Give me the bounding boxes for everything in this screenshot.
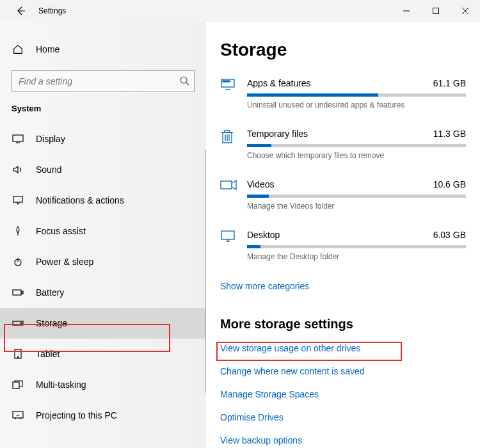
storage-item-name: Apps & features bbox=[247, 78, 311, 88]
sidebar-item-sound[interactable]: Sound bbox=[0, 154, 206, 185]
power-icon bbox=[12, 257, 24, 267]
svg-rect-28 bbox=[221, 181, 232, 189]
storage-bar bbox=[247, 93, 466, 97]
sidebar-item-tablet[interactable]: Tablet bbox=[0, 339, 206, 369]
storage-item[interactable]: Videos10.6 GBManage the Videos folder bbox=[220, 179, 466, 211]
page-title: Storage bbox=[220, 40, 466, 60]
svg-point-4 bbox=[180, 77, 187, 83]
storage-bar bbox=[247, 144, 466, 147]
storage-item-sub: Uninstall unused or undesired apps & fea… bbox=[247, 100, 466, 109]
storage-item-size: 61.1 GB bbox=[433, 78, 466, 88]
search-icon bbox=[179, 76, 189, 88]
storage-item-sub: Choose which temporary files to remove bbox=[247, 151, 466, 160]
window-controls bbox=[392, 0, 480, 22]
svg-point-14 bbox=[20, 323, 22, 324]
storage-item-name: Temporary files bbox=[247, 129, 308, 139]
svg-rect-6 bbox=[13, 135, 23, 141]
close-icon bbox=[462, 8, 468, 14]
storage-icon bbox=[12, 320, 24, 326]
svg-rect-1 bbox=[433, 8, 439, 14]
multitasking-icon bbox=[12, 380, 24, 389]
storage-item-icon bbox=[220, 129, 239, 160]
svg-rect-17 bbox=[13, 382, 19, 388]
svg-rect-8 bbox=[13, 196, 22, 202]
sidebar-item-label: Storage bbox=[36, 318, 67, 328]
storage-item-name: Desktop bbox=[247, 230, 280, 240]
svg-point-16 bbox=[17, 356, 19, 358]
more-link[interactable]: View backup options bbox=[220, 435, 466, 445]
minimize-button[interactable] bbox=[392, 0, 421, 22]
sidebar-item-storage[interactable]: Storage bbox=[0, 308, 206, 339]
search-input[interactable] bbox=[12, 70, 195, 92]
nav-list: Display Sound Notifications & actions Fo… bbox=[0, 124, 206, 431]
sidebar-item-label: Focus assist bbox=[36, 226, 86, 236]
svg-rect-20 bbox=[223, 81, 225, 82]
sidebar-item-label: Battery bbox=[36, 287, 64, 298]
sidebar-item-label: Sound bbox=[36, 164, 61, 175]
sidebar-item-label: Multi-tasking bbox=[36, 380, 86, 390]
group-label: System bbox=[12, 104, 206, 113]
maximize-button[interactable] bbox=[421, 0, 451, 22]
arrow-left-icon bbox=[15, 6, 26, 16]
sidebar-item-label: Display bbox=[36, 134, 65, 144]
content: Storage Apps & features61.1 GBUninstall … bbox=[206, 22, 480, 448]
home-icon bbox=[12, 44, 24, 55]
storage-item-sub: Manage the Desktop folder bbox=[247, 252, 466, 261]
back-button[interactable] bbox=[12, 2, 29, 20]
sidebar: Home System Display Sound Notifications … bbox=[0, 22, 206, 448]
storage-item-name: Videos bbox=[247, 179, 275, 189]
sound-icon bbox=[12, 165, 24, 174]
sidebar-item-display[interactable]: Display bbox=[0, 124, 206, 154]
svg-rect-22 bbox=[228, 81, 230, 82]
more-link[interactable]: Optimise Drives bbox=[220, 412, 466, 422]
sidebar-item-label: Projecting to this PC bbox=[36, 410, 117, 420]
storage-item-icon bbox=[220, 179, 239, 211]
display-icon bbox=[12, 134, 24, 143]
svg-rect-12 bbox=[22, 291, 23, 294]
storage-item-icon bbox=[220, 78, 239, 109]
storage-item[interactable]: Temporary files11.3 GBChoose which tempo… bbox=[220, 129, 466, 160]
minimize-icon bbox=[403, 8, 410, 14]
battery-icon bbox=[12, 289, 24, 296]
svg-rect-21 bbox=[225, 81, 227, 82]
storage-item[interactable]: Desktop6.03 GBManage the Desktop folder bbox=[220, 230, 466, 261]
maximize-icon bbox=[433, 8, 439, 14]
svg-rect-11 bbox=[13, 290, 21, 295]
storage-item-icon bbox=[220, 230, 239, 261]
home-label: Home bbox=[36, 44, 60, 54]
storage-item-size: 11.3 GB bbox=[433, 129, 466, 139]
tablet-icon bbox=[12, 349, 24, 359]
svg-rect-15 bbox=[15, 349, 21, 358]
home-button[interactable]: Home bbox=[0, 37, 206, 61]
focus-icon bbox=[12, 226, 24, 236]
notifications-icon bbox=[12, 196, 24, 205]
storage-bar bbox=[247, 195, 466, 198]
svg-line-5 bbox=[186, 83, 189, 85]
sidebar-item-notifications[interactable]: Notifications & actions bbox=[0, 185, 206, 216]
search-wrap bbox=[12, 70, 195, 92]
more-link[interactable]: View storage usage on other drives bbox=[220, 343, 466, 353]
window-title: Settings bbox=[38, 6, 66, 15]
sidebar-item-label: Notifications & actions bbox=[36, 195, 124, 205]
sidebar-item-focus[interactable]: Focus assist bbox=[0, 216, 206, 246]
more-link[interactable]: Manage Storage Spaces bbox=[220, 389, 466, 399]
titlebar: Settings bbox=[0, 0, 480, 22]
storage-bar bbox=[247, 245, 466, 248]
storage-item-size: 10.6 GB bbox=[433, 179, 466, 189]
more-settings-head: More storage settings bbox=[220, 317, 466, 332]
sidebar-item-label: Power & sleep bbox=[36, 257, 93, 267]
storage-item-size: 6.03 GB bbox=[433, 230, 466, 240]
sidebar-item-power[interactable]: Power & sleep bbox=[0, 246, 206, 277]
sidebar-item-battery[interactable]: Battery bbox=[0, 277, 206, 308]
storage-item-sub: Manage the Videos folder bbox=[247, 202, 466, 211]
projecting-icon bbox=[12, 411, 24, 420]
more-link[interactable]: Change where new content is saved bbox=[220, 366, 466, 376]
svg-rect-29 bbox=[221, 231, 234, 239]
sidebar-item-multitasking[interactable]: Multi-tasking bbox=[0, 369, 206, 400]
storage-item[interactable]: Apps & features61.1 GBUninstall unused o… bbox=[220, 78, 466, 109]
show-more-link[interactable]: Show more categories bbox=[220, 281, 309, 291]
sidebar-item-label: Tablet bbox=[36, 349, 60, 359]
sidebar-item-projecting[interactable]: Projecting to this PC bbox=[0, 400, 206, 431]
close-button[interactable] bbox=[451, 0, 480, 22]
